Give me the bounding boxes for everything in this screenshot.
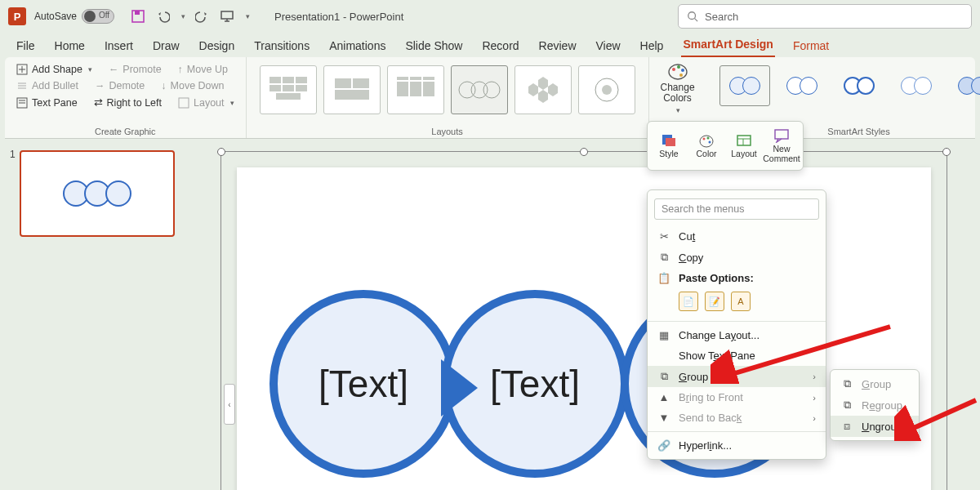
document-title: Presentation1 - PowerPoint (274, 11, 403, 23)
regroup-icon: ⧉ (840, 399, 853, 412)
save-icon[interactable] (131, 9, 145, 24)
undo-dropdown-icon[interactable]: ▾ (181, 12, 185, 20)
tab-slideshow[interactable]: Slide Show (403, 36, 464, 57)
svg-point-39 (700, 136, 713, 147)
tab-home[interactable]: Home (53, 36, 87, 57)
quick-access-toolbar: ▾ ▾ (131, 9, 250, 24)
tab-review[interactable]: Review (537, 36, 578, 57)
slide-thumbnail[interactable] (20, 150, 175, 237)
tab-help[interactable]: Help (639, 36, 666, 57)
resize-handle[interactable] (580, 148, 588, 156)
context-search-input[interactable]: Search the menus (654, 198, 819, 220)
layout-item[interactable] (260, 65, 317, 114)
ctx-send-to-back[interactable]: ▼Send to Back› (648, 408, 826, 428)
style-item[interactable] (948, 65, 980, 106)
mini-style-button[interactable]: Style (651, 125, 687, 167)
search-placeholder: Search (705, 11, 738, 23)
autosave-switch[interactable]: Off (82, 9, 114, 24)
present-icon[interactable] (220, 9, 234, 24)
tab-design[interactable]: Design (198, 36, 237, 57)
svg-rect-2 (221, 11, 233, 19)
layout-item[interactable] (514, 65, 572, 114)
ctx-copy[interactable]: ⧉Copy (648, 247, 826, 268)
ctx-paste-options-label: 📋Paste Options: (648, 268, 826, 288)
tab-format[interactable]: Format (791, 36, 831, 57)
svg-rect-6 (179, 98, 189, 108)
group-label-layouts: Layouts (255, 125, 640, 136)
autosave-toggle[interactable]: AutoSave Off (34, 9, 114, 24)
group-label-create-graphic: Create Graphic (13, 125, 238, 136)
add-bullet-button[interactable]: Add Bullet (13, 78, 82, 93)
slide-number: 1 (10, 149, 16, 160)
style-item[interactable] (777, 65, 827, 106)
promote-button[interactable]: ←Promote (105, 62, 165, 77)
svg-point-31 (602, 85, 612, 95)
svg-rect-19 (423, 82, 434, 96)
svg-marker-28 (548, 83, 558, 96)
style-item[interactable] (891, 65, 942, 106)
layout-item[interactable] (578, 65, 635, 114)
node-text[interactable]: [Text] (490, 362, 580, 406)
tab-insert[interactable]: Insert (103, 36, 135, 57)
paste-option-source[interactable]: 📄 (679, 292, 698, 311)
comment-icon (773, 128, 790, 143)
tab-smartart-design[interactable]: SmartArt Design (681, 34, 774, 57)
svg-marker-29 (538, 90, 548, 103)
slide-thumbnail-panel: 1 (0, 139, 188, 490)
svg-line-46 (906, 400, 976, 431)
resize-handle[interactable] (942, 148, 951, 156)
mini-layout-button[interactable]: Layout (726, 125, 762, 167)
palette-icon (667, 62, 688, 80)
tab-record[interactable]: Record (480, 36, 520, 57)
ctx-bring-to-front[interactable]: ▲Bring to Front› (648, 387, 826, 408)
qat-overflow-icon[interactable]: ▾ (246, 12, 250, 20)
smartart-node[interactable]: [Text] (270, 290, 457, 478)
text-pane-button[interactable]: Text Pane (13, 95, 81, 110)
annotation-arrow (894, 392, 980, 441)
mini-new-comment-button[interactable]: New Comment (764, 125, 800, 167)
demote-button[interactable]: →Demote (91, 78, 148, 93)
svg-rect-15 (353, 78, 369, 88)
layout-button[interactable]: Layout▾ (175, 95, 238, 110)
paste-option-text[interactable]: A (731, 292, 751, 311)
style-item[interactable] (834, 65, 884, 106)
redo-icon[interactable] (195, 9, 210, 24)
powerpoint-logo-icon: P (8, 7, 26, 25)
ungroup-icon: ⧈ (840, 420, 853, 433)
svg-point-34 (677, 65, 680, 69)
search-input[interactable]: Search (678, 4, 972, 29)
ctx-cut[interactable]: ✂Cut (648, 226, 826, 247)
layout-item[interactable] (387, 65, 444, 114)
svg-point-3 (688, 12, 696, 20)
move-up-button[interactable]: ↑Move Up (175, 62, 231, 77)
right-to-left-button[interactable]: ⇄Right to Left (91, 95, 165, 110)
layout-icon (736, 133, 752, 148)
layout-item[interactable] (323, 65, 381, 114)
svg-rect-11 (283, 85, 294, 91)
group-layouts: Layouts (247, 57, 649, 138)
group-icon: ⧉ (657, 370, 670, 383)
ctx-hyperlink[interactable]: 🔗Hyperlink... (648, 435, 826, 456)
undo-icon[interactable] (155, 9, 170, 24)
tab-view[interactable]: View (595, 36, 622, 57)
node-text[interactable]: [Text] (318, 362, 408, 406)
paste-option-merge[interactable]: 📝 (705, 292, 724, 311)
link-icon: 🔗 (657, 439, 670, 452)
resize-handle[interactable] (217, 148, 225, 156)
svg-rect-17 (397, 82, 408, 96)
svg-marker-26 (538, 77, 548, 90)
palette-icon (698, 133, 715, 148)
tab-animations[interactable]: Animations (327, 36, 387, 57)
svg-point-41 (707, 136, 710, 139)
copy-icon: ⧉ (657, 251, 670, 264)
style-item[interactable] (719, 65, 770, 106)
tab-draw[interactable]: Draw (151, 36, 181, 57)
move-down-button[interactable]: ↓Move Down (158, 78, 227, 93)
add-shape-button[interactable]: Add Shape▾ (13, 62, 96, 77)
tab-file[interactable]: File (15, 36, 37, 57)
tab-transitions[interactable]: Transitions (252, 36, 311, 57)
svg-rect-9 (296, 77, 307, 83)
scissors-icon: ✂ (657, 230, 670, 243)
mini-color-button[interactable]: Color (688, 125, 724, 167)
layout-item[interactable] (451, 65, 508, 114)
